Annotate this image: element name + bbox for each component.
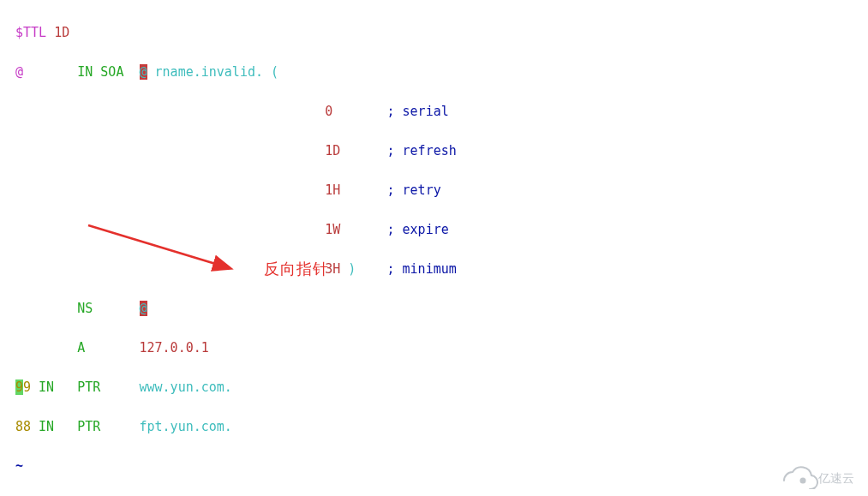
soa-origin: @ bbox=[15, 64, 23, 80]
soa-mname: @ bbox=[140, 64, 147, 80]
cursor-position: 9 bbox=[15, 379, 23, 395]
soa-rname: rname.invalid. ( bbox=[155, 64, 279, 80]
line-soa-head: @ IN SOA @ rname.invalid. ( bbox=[15, 63, 868, 82]
soa-class: IN bbox=[77, 64, 93, 80]
watermark-logo: 亿速云 bbox=[781, 465, 858, 489]
ttl-value: 1D bbox=[54, 25, 69, 40]
line-soa-refresh: 1D ; refresh bbox=[15, 141, 868, 161]
ttl-directive: $TTL bbox=[15, 25, 46, 40]
line-soa-serial: 0 ; serial bbox=[15, 102, 868, 122]
line-soa-expire: 1W ; expire bbox=[15, 220, 868, 240]
line-soa-retry: 1H ; retry bbox=[15, 181, 868, 200]
line-ns: NS @ bbox=[15, 299, 868, 319]
svg-point-1 bbox=[800, 478, 806, 484]
svg-text:亿速云: 亿速云 bbox=[817, 471, 854, 485]
soa-type: SOA bbox=[100, 64, 123, 80]
line-ttl: $TTL 1D bbox=[15, 23, 868, 43]
line-soa-minimum: 3H ) ; minimum bbox=[15, 260, 868, 279]
line-a: A 127.0.0.1 bbox=[15, 338, 868, 358]
line-ptr1: 99 IN PTR www.yun.com. bbox=[15, 378, 868, 397]
line-ptr2: 88 IN PTR fpt.yun.com. bbox=[15, 417, 868, 437]
empty-line: ~ bbox=[15, 457, 868, 476]
zone-file-editor: $TTL 1D @ IN SOA @ rname.invalid. ( 0 ; … bbox=[0, 0, 868, 496]
annotation-label: 反向指针 bbox=[264, 260, 329, 279]
